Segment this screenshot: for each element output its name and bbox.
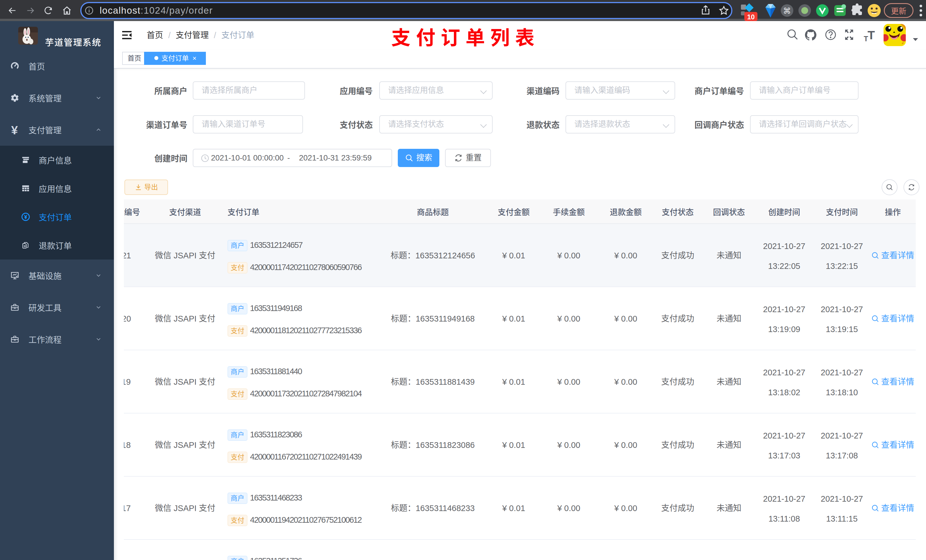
svg-text:⌘: ⌘ [783,6,791,15]
svg-text:10: 10 [747,13,755,21]
